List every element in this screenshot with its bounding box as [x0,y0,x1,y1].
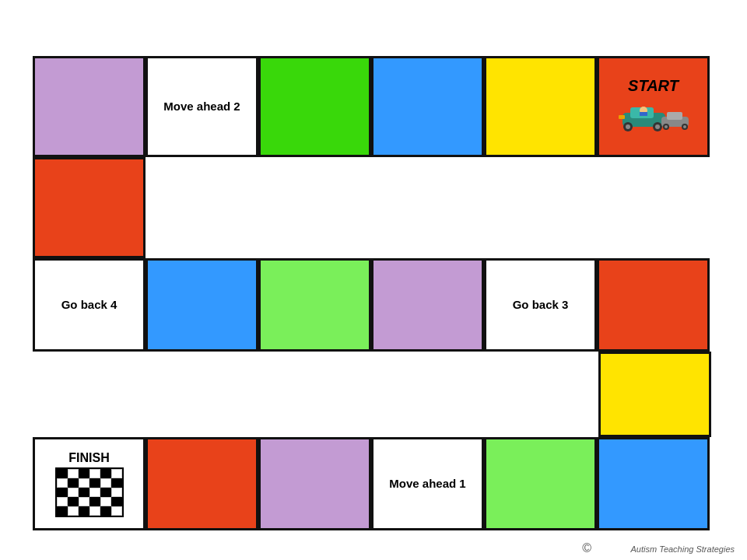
right-connector-row [33,352,711,437]
cell-b4-label: Move ahead 1 [389,476,465,492]
cell-right-connector [598,352,711,437]
left-connector-row [33,157,711,258]
finish-content: FINISH [55,439,124,528]
svg-point-14 [683,125,686,128]
top-row: Move ahead 2 START [33,56,711,157]
watermark-text: Autism Teaching Strategies [631,544,735,554]
cell-b3 [258,437,371,530]
mid-row: Go back 4 Go back 3 [33,258,711,352]
start-content: START [615,58,693,155]
game-board: Move ahead 2 START [33,56,711,546]
svg-point-3 [626,124,630,129]
cell-t5 [484,56,597,157]
cell-b2 [146,437,258,530]
race-car-icon [615,93,693,136]
watermark: Autism Teaching Strategies [631,544,735,554]
cell-t3 [258,56,371,157]
cell-t2: Move ahead 2 [146,56,258,157]
cell-t4 [371,56,484,157]
cell-m6 [597,258,710,352]
checkered-flag [55,467,124,517]
svg-rect-8 [640,112,647,116]
svg-rect-10 [667,112,682,120]
cell-m3 [258,258,371,352]
cell-t2-label: Move ahead 2 [163,99,240,114]
cell-m1-label: Go back 4 [61,297,117,313]
cell-left-connector [33,157,146,258]
cell-t1 [33,56,146,157]
cell-finish: FINISH [33,437,146,530]
cell-b5 [484,437,597,530]
cell-start: START [597,56,710,157]
finish-label: FINISH [68,450,109,465]
start-label: START [628,78,679,93]
cell-b4: Move ahead 1 [371,437,484,530]
copyright-icon: © [582,541,591,555]
bottom-row: FINISH Move ahead 1 [33,437,711,530]
cell-m4 [371,258,484,352]
cell-m5: Go back 3 [484,258,597,352]
svg-point-12 [665,125,668,128]
cell-m1: Go back 4 [33,258,146,352]
cell-m2 [146,258,258,352]
cell-m5-label: Go back 3 [513,297,569,313]
cell-b6 [597,437,710,530]
svg-point-5 [655,124,660,129]
svg-rect-6 [619,115,625,119]
